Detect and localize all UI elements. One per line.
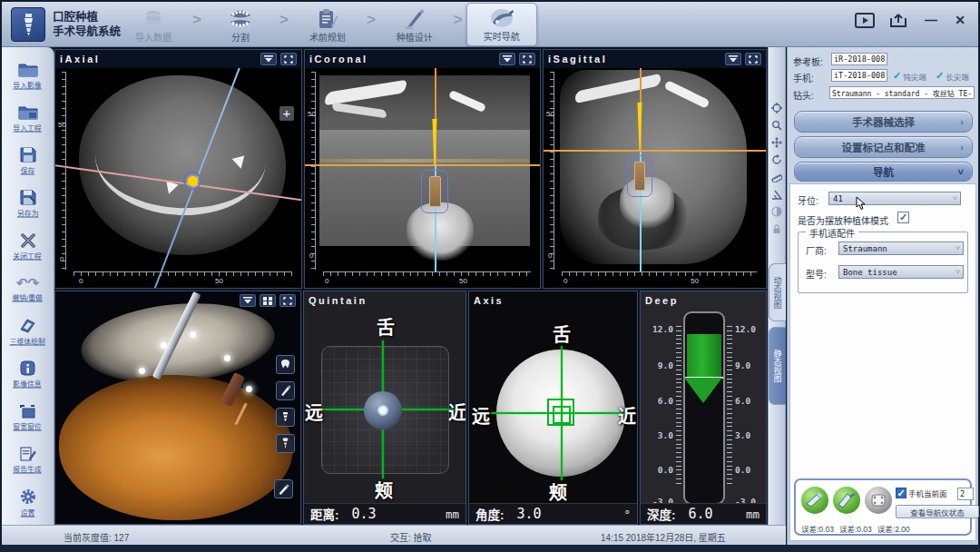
implant-design-icon	[403, 9, 426, 29]
quintain-canvas[interactable]: 舌 远 近 颊 距离: 0.3 mm	[304, 291, 466, 524]
sagittal-view-title: iSagittal	[548, 54, 607, 64]
blunt-tip-label: 钝尖端	[903, 71, 926, 82]
drill-visibility-icon[interactable]	[276, 381, 295, 400]
reference-status-icon[interactable]	[865, 487, 892, 514]
panel-menu-icon[interactable]	[499, 53, 515, 65]
button-label: 手术器械选择	[852, 114, 915, 129]
sidebar-item-save-as[interactable]: 另存为	[4, 182, 53, 225]
current-face-checkbox[interactable]: ✓ 手机当前面	[896, 488, 947, 498]
sidebar-item-undo-redo[interactable]: ↶↷ 撤销/重做	[4, 268, 53, 310]
model-select[interactable]: Bone tissue	[838, 265, 964, 279]
sidebar-item-window-level[interactable]: 窗宽窗位	[4, 396, 53, 439]
vertical-ruler	[550, 72, 554, 270]
angle-measure-icon[interactable]	[769, 187, 784, 202]
angle-readout: 角度: 3.0 °	[469, 503, 637, 524]
step-segmentation[interactable]: 分割	[205, 3, 276, 46]
sidebar-item-volume-render[interactable]: 三维体绘制	[4, 310, 53, 353]
blunt-tip-checkbox[interactable]: ✓ 钝尖端	[893, 70, 926, 82]
sidebar-item-import-project[interactable]: 导入工程	[4, 97, 53, 140]
close-button[interactable]: ✕	[951, 13, 969, 27]
vendor-value: Straumann	[843, 244, 887, 253]
panel-menu-icon[interactable]	[260, 53, 277, 65]
video-export-icon[interactable]	[853, 11, 877, 29]
long-tip-checkbox[interactable]: ✓ 长尖端	[936, 70, 969, 82]
tooth-visibility-icon[interactable]	[276, 355, 295, 374]
step-import-data[interactable]: 导入数据	[118, 3, 189, 46]
annotate-pen-icon[interactable]	[274, 479, 293, 498]
step-implant-design[interactable]: 种植设计	[379, 3, 450, 46]
sidebar-item-save[interactable]: 保存	[4, 140, 53, 182]
sidebar-item-report[interactable]: 报告生成	[4, 439, 53, 481]
settings-gear-icon	[20, 488, 36, 505]
step-chevron-icon: >	[279, 11, 289, 38]
right-tool-strip: 动态视图 静态视图	[768, 47, 786, 525]
panel-expand-icon[interactable]	[519, 53, 535, 65]
redo-icon: ↷	[28, 275, 40, 291]
sidebar-item-close-project[interactable]: 关闭工程	[4, 225, 53, 268]
window-controls: — ✕	[853, 11, 969, 29]
handpiece-field[interactable]	[831, 69, 887, 82]
tab-static-view[interactable]: 静态视图	[769, 327, 786, 405]
vertical-ruler	[62, 72, 66, 270]
drill-field[interactable]	[829, 86, 975, 99]
panel-menu-icon[interactable]	[240, 294, 256, 307]
volume-3d-canvas[interactable]	[55, 291, 300, 524]
step-preop-planning[interactable]: 术前规划	[292, 3, 363, 46]
sidebar-item-label: 保存	[21, 164, 35, 174]
contrast-icon[interactable]	[769, 204, 784, 219]
ruler-label: 0	[60, 255, 64, 263]
ruler-label: 0	[79, 277, 83, 285]
drill-status-icon[interactable]	[833, 487, 860, 514]
depth-panel: Deep 12.0 9.0 6.0 3.0 0.0 -3.0 12.0 9.0 …	[640, 291, 767, 525]
report-icon	[19, 446, 36, 461]
undo-icon: ↶	[16, 275, 28, 291]
ruler-measure-icon[interactable]	[769, 170, 784, 184]
angle-value: 3.0	[517, 506, 542, 522]
step-realtime-navigation[interactable]: 实时导航	[466, 3, 537, 46]
panel-expand-icon[interactable]	[279, 294, 296, 307]
panel-menu-icon[interactable]	[725, 53, 741, 65]
sidebar-item-import-image[interactable]: 导入影像	[4, 54, 53, 97]
rotate-icon[interactable]	[769, 153, 784, 167]
minimize-button[interactable]: —	[922, 13, 940, 27]
instrument-select-button[interactable]: 手术器械选择 ›	[794, 111, 973, 133]
tab-dynamic-view[interactable]: 动态视图	[769, 263, 786, 321]
tooth-position-select[interactable]: 41	[828, 192, 961, 205]
axis-canvas[interactable]: 舌 远 近 颊 角度: 3.0 °	[469, 291, 637, 524]
reference-plate-field[interactable]	[831, 53, 887, 65]
horizontal-ruler	[562, 271, 757, 276]
panel-expand-icon[interactable]	[745, 53, 761, 65]
coronal-view-panel: iCoronal 50 0 0 50	[304, 49, 541, 289]
implant-visibility-icon[interactable]	[276, 408, 295, 427]
sidebar-item-image-info[interactable]: 影像信息	[4, 353, 53, 396]
save-as-icon	[20, 190, 36, 205]
step-chevron-icon: >	[454, 11, 463, 38]
target-icon[interactable]	[769, 101, 784, 115]
sidebar-item-settings[interactable]: 设置	[4, 481, 53, 524]
sagittal-view-canvas[interactable]: 50 0 0 50	[544, 50, 766, 288]
horizontal-ruler	[74, 271, 292, 276]
navigator-status-button[interactable]: 查看导航仪状态	[896, 505, 979, 518]
planning-icon	[317, 8, 338, 29]
registration-button[interactable]: 设置标记点和配准 ›	[794, 136, 973, 158]
current-face-field[interactable]	[957, 488, 974, 500]
handpiece-status-icon[interactable]	[801, 487, 828, 514]
plus-icon[interactable]: +	[279, 106, 294, 121]
mouse-cursor-icon	[856, 197, 866, 211]
navigation-section-button[interactable]: 导航 ˅	[794, 162, 973, 182]
position-core	[377, 405, 388, 416]
marker-sphere	[161, 342, 167, 349]
vendor-select[interactable]: Straumann	[838, 242, 964, 255]
panel-expand-icon[interactable]	[280, 53, 297, 65]
placement-mode-checkbox[interactable]: ✓	[897, 212, 909, 223]
lock-icon[interactable]	[769, 222, 784, 236]
share-export-icon[interactable]	[887, 11, 911, 29]
axial-view-canvas[interactable]: + 50 0 0 50	[55, 50, 301, 288]
pan-icon[interactable]	[769, 135, 784, 150]
zoom-icon[interactable]	[769, 118, 784, 133]
implant-crown-visibility-icon[interactable]	[276, 434, 295, 453]
save-icon	[20, 147, 36, 163]
panel-grid-icon[interactable]	[260, 294, 276, 307]
coronal-view-canvas[interactable]: 50 0 0 50	[305, 50, 540, 288]
application-window: 口腔种植 手术导航系统 导入数据 > 分割 > 术	[0, 0, 980, 552]
